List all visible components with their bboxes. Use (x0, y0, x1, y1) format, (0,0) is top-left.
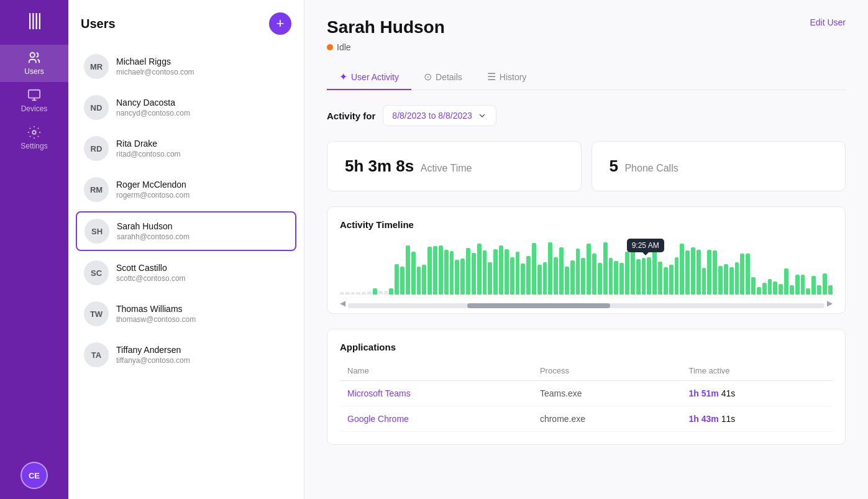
user-list-item[interactable]: MR Michael Riggs michaelr@contoso.com (76, 47, 296, 86)
tab-history[interactable]: ☰ History (475, 65, 539, 90)
timeline-bar[interactable] (554, 257, 558, 295)
timeline-bar[interactable] (625, 252, 629, 295)
timeline-bar[interactable] (784, 268, 788, 295)
timeline-bar[interactable] (806, 288, 810, 295)
timeline-bar[interactable] (823, 273, 827, 295)
timeline-bar[interactable] (691, 247, 695, 295)
timeline-bar[interactable] (713, 250, 717, 295)
timeline-bar[interactable] (493, 249, 498, 295)
timeline-bar[interactable] (740, 254, 744, 295)
timeline-scrollbar-thumb[interactable] (467, 303, 610, 308)
timeline-bar[interactable] (433, 246, 437, 295)
user-list-item[interactable]: SC Scott Castillo scottc@contoso.com (76, 254, 296, 292)
timeline-bar[interactable] (762, 283, 767, 295)
timeline-bar[interactable] (642, 258, 646, 295)
user-list-item[interactable]: TA Tiffany Andersen tiffanya@contoso.com (76, 336, 296, 374)
timeline-bar[interactable] (801, 275, 805, 295)
timeline-bar[interactable] (526, 256, 531, 295)
timeline-bar[interactable] (779, 284, 783, 295)
timeline-bar[interactable] (636, 259, 641, 295)
timeline-bar[interactable] (543, 262, 547, 295)
timeline-bar[interactable] (356, 292, 360, 295)
timeline-bar[interactable] (773, 282, 777, 295)
timeline-bar[interactable] (724, 264, 728, 295)
timeline-bar[interactable] (565, 267, 569, 295)
timeline-bar[interactable] (619, 263, 624, 295)
timeline-bar[interactable] (828, 285, 833, 295)
timeline-bar[interactable] (675, 257, 679, 295)
timeline-bar[interactable] (460, 259, 465, 295)
timeline-bar[interactable] (510, 257, 514, 295)
sidebar-item-users[interactable]: Users (0, 45, 68, 82)
tab-details[interactable]: ⊙ Details (411, 65, 475, 90)
timeline-bar[interactable] (411, 252, 416, 295)
current-user-avatar[interactable]: CE (21, 462, 48, 489)
app-name-cell[interactable]: Google Chrome (340, 406, 532, 432)
timeline-bar[interactable] (477, 244, 482, 295)
timeline-bar[interactable] (718, 266, 723, 295)
timeline-bar[interactable] (406, 245, 410, 295)
timeline-bar[interactable] (707, 250, 711, 295)
timeline-bar[interactable] (647, 257, 651, 295)
timeline-bar[interactable] (702, 268, 706, 295)
edit-user-link[interactable]: Edit User (810, 17, 846, 27)
timeline-bar[interactable] (378, 291, 383, 295)
timeline-bar[interactable] (466, 248, 470, 295)
timeline-bar[interactable] (697, 250, 701, 295)
timeline-bar[interactable] (757, 287, 761, 295)
timeline-bar[interactable] (488, 262, 492, 295)
timeline-bar[interactable] (367, 291, 372, 295)
timeline-bar[interactable] (680, 244, 684, 295)
timeline-bar[interactable] (768, 279, 772, 295)
timeline-bar[interactable] (427, 247, 432, 295)
user-list-item[interactable]: RM Roger McClendon rogerm@contoso.com (76, 170, 296, 209)
timeline-bar[interactable] (422, 265, 426, 295)
timeline-bar[interactable] (729, 267, 734, 295)
user-list-item[interactable]: ND Nancy Dacosta nancyd@contoso.com (76, 88, 296, 127)
timeline-bar[interactable] (505, 249, 509, 295)
timeline-bar[interactable] (811, 276, 816, 295)
timeline-bar[interactable] (603, 242, 608, 295)
timeline-bar[interactable] (790, 285, 794, 295)
app-name-cell[interactable]: Microsoft Teams (340, 381, 532, 406)
timeline-bar[interactable] (576, 249, 580, 295)
timeline-bar[interactable] (685, 250, 690, 295)
timeline-bar[interactable] (417, 267, 421, 295)
tab-user-activity[interactable]: ✦ User Activity (327, 65, 411, 90)
timeline-bar[interactable] (532, 243, 536, 295)
timeline-bar[interactable] (614, 261, 618, 295)
timeline-bar[interactable] (817, 285, 821, 295)
timeline-bar[interactable] (362, 292, 366, 295)
timeline-bar[interactable] (444, 250, 449, 295)
timeline-bar[interactable] (351, 292, 355, 295)
timeline-bar[interactable] (746, 254, 750, 295)
timeline-bar[interactable] (795, 275, 800, 295)
timeline-bar[interactable] (631, 251, 635, 295)
sidebar-item-settings[interactable]: Settings (0, 119, 68, 157)
timeline-bar[interactable] (340, 292, 344, 295)
timeline-bar[interactable] (587, 244, 591, 295)
sidebar-item-devices[interactable]: Devices (0, 82, 68, 119)
timeline-bar[interactable] (455, 260, 459, 295)
timeline-bar[interactable] (570, 260, 575, 295)
timeline-bar[interactable] (499, 245, 503, 295)
timeline-bar[interactable] (609, 258, 613, 295)
timeline-bar[interactable] (483, 250, 487, 295)
timeline-bar[interactable] (548, 242, 552, 295)
date-range-picker[interactable]: 8/8/2023 to 8/8/2023 (383, 105, 496, 126)
timeline-bar[interactable] (373, 288, 377, 295)
timeline-bar[interactable] (735, 262, 739, 295)
add-user-button[interactable]: + (269, 12, 291, 35)
scroll-left-arrow[interactable]: ◀ (340, 299, 345, 308)
user-list-item[interactable]: RD Rita Drake ritad@contoso.com (76, 129, 296, 168)
timeline-bar[interactable] (450, 251, 454, 295)
timeline-bar[interactable] (439, 245, 443, 295)
timeline-bar[interactable] (400, 267, 404, 295)
timeline-bar[interactable] (537, 265, 542, 295)
timeline-bar[interactable] (669, 265, 674, 295)
timeline-bar[interactable] (516, 252, 520, 295)
timeline-bar[interactable] (598, 263, 602, 295)
timeline-bar[interactable] (521, 263, 525, 295)
scroll-right-arrow[interactable]: ▶ (827, 299, 833, 308)
timeline-bar[interactable] (658, 262, 662, 295)
